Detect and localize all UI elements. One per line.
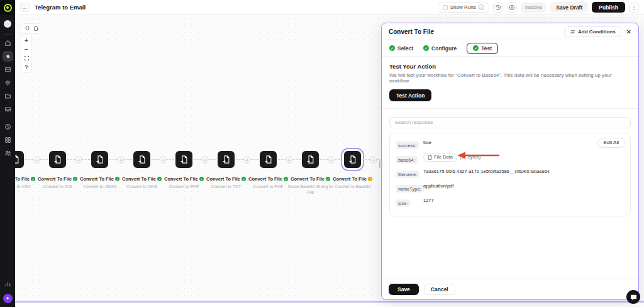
convert-file-node-icon[interactable]: [344, 151, 361, 168]
flow-node[interactable]: Convert To File✓Convert to ICS: [49, 151, 66, 168]
back-button[interactable]: ←: [20, 3, 30, 12]
workspace-avatar[interactable]: [4, 20, 11, 28]
panel-header: Convert To File Add Conditions ✕: [382, 23, 638, 40]
sidebar-item-tables[interactable]: [3, 64, 13, 75]
history-icon: [495, 4, 501, 11]
folder-icon: [4, 92, 11, 99]
node-title: Convert To File: [164, 176, 198, 182]
convert-file-node-icon[interactable]: [91, 151, 108, 168]
save-button[interactable]: Save: [389, 284, 419, 295]
add-note-button[interactable]: [32, 25, 40, 32]
add-step-button[interactable]: +: [244, 156, 251, 163]
node-subtitle: Convert to Base64: [326, 184, 379, 190]
step-test[interactable]: ✓Test: [467, 43, 498, 54]
add-step-button[interactable]: +: [328, 156, 335, 163]
flow-node[interactable]: Convert To File✓Convert to PDF: [260, 151, 277, 168]
test-section-heading: Test Your Action: [389, 63, 631, 70]
sidebar-item-home[interactable]: [3, 38, 13, 48]
convert-file-node-icon[interactable]: [175, 151, 192, 168]
test-section-description: We will test your workflow for "Convert …: [389, 72, 631, 84]
cancel-button[interactable]: Cancel: [424, 284, 455, 295]
step-label: Select: [397, 45, 413, 52]
add-step-button[interactable]: +: [75, 156, 82, 163]
panel-body: Test Your Action We will test your workf…: [382, 57, 638, 279]
convert-file-node-icon[interactable]: [49, 151, 66, 168]
response-row-mimetype: mimeType: application/pdf: [396, 182, 625, 193]
chat-widget-button[interactable]: [626, 290, 640, 304]
convert-file-node-icon[interactable]: [133, 151, 150, 168]
zoom-out-button[interactable]: −: [23, 45, 30, 53]
search-response-input[interactable]: [389, 117, 631, 128]
panel-footer: Save Cancel: [382, 279, 638, 299]
sidebar-item-history[interactable]: [3, 121, 13, 132]
check-icon: ✓: [389, 45, 395, 51]
flow-node[interactable]: Convert To File✓Convert to RTF: [175, 151, 192, 168]
home-icon: [4, 40, 11, 47]
snap-magnet-button[interactable]: [23, 25, 31, 32]
convert-file-node-icon[interactable]: [260, 151, 277, 168]
step-select[interactable]: ✓Select: [389, 45, 413, 52]
node-connector: +: [235, 151, 260, 168]
sidebar-item-apps[interactable]: [3, 135, 13, 145]
version-history-button[interactable]: [493, 3, 503, 13]
app-logo[interactable]: [0, 0, 15, 15]
sidebar-item-projects[interactable]: [3, 91, 13, 101]
pan-tool-button[interactable]: [23, 63, 30, 71]
add-conditions-button[interactable]: Add Conditions: [564, 26, 621, 37]
sidebar-item-inbox[interactable]: [3, 104, 13, 114]
flow-node[interactable]: Convert To File✓Convert to ODS: [133, 151, 150, 168]
inbox-icon: [4, 106, 11, 113]
save-draft-button[interactable]: Save Draft: [550, 2, 588, 13]
add-step-button[interactable]: +: [160, 156, 167, 163]
close-icon[interactable]: ✕: [626, 28, 631, 35]
flow-node-selected[interactable]: Convert To File!Convert to Base64: [344, 151, 361, 168]
canvas-top-toolbar: [21, 23, 42, 34]
help-circle-icon: [509, 4, 515, 11]
sidebar-item-analytics[interactable]: [3, 279, 13, 289]
flow-node[interactable]: Convert To File✓Convert to CSV: [15, 151, 24, 168]
add-step-button[interactable]: +: [118, 156, 125, 163]
sidebar-item-settings[interactable]: [3, 77, 13, 88]
sidebar-item-team[interactable]: [3, 148, 13, 159]
show-runs-toggle[interactable]: Show Runs i: [438, 3, 489, 13]
flow-node[interactable]: Convert To File✓Move Base64 String to Fi…: [302, 151, 319, 168]
pointer-icon: [24, 64, 30, 70]
flow-node[interactable]: Convert To File✓Convert to JSON: [91, 151, 108, 168]
convert-file-node-icon[interactable]: [15, 151, 24, 168]
user-avatar[interactable]: ✦: [3, 294, 13, 303]
test-action-button[interactable]: Test Action: [389, 89, 431, 101]
publish-button[interactable]: Publish: [592, 2, 625, 13]
add-step-button[interactable]: +: [370, 156, 377, 163]
node-title: Convert To File: [80, 176, 114, 182]
fit-view-button[interactable]: [23, 54, 30, 62]
sidebar-divider: [3, 118, 12, 118]
file-data-chip[interactable]: File Data: [423, 153, 457, 162]
sidebar-item-workflows[interactable]: [3, 51, 13, 62]
step-configure[interactable]: ✓Configure: [423, 45, 457, 52]
zoom-in-button[interactable]: +: [23, 36, 30, 45]
convert-file-node-icon[interactable]: [218, 151, 235, 168]
response-key: success:: [396, 142, 419, 149]
flow-node[interactable]: Convert To File✓Convert to TXT: [218, 151, 235, 168]
file-icon: [428, 155, 432, 160]
node-connector: +: [277, 151, 302, 168]
add-step-button[interactable]: +: [202, 156, 209, 163]
help-button[interactable]: [507, 3, 517, 13]
node-title: Convert To File: [248, 176, 282, 182]
chart-icon: [4, 281, 11, 287]
users-icon: [4, 150, 11, 157]
workflow-node-row: Convert To File✓Convert to CSV + Convert…: [15, 151, 386, 168]
test-response-card: Edit All success: true base64: File Data…: [389, 133, 631, 216]
show-runs-checkbox[interactable]: [443, 5, 448, 10]
edit-all-button[interactable]: Edit All: [597, 138, 625, 148]
add-step-button[interactable]: +: [286, 156, 293, 163]
step-label: Test: [481, 45, 492, 52]
node-connector: +: [66, 151, 91, 168]
add-step-button[interactable]: +: [33, 156, 40, 163]
node-connector: +: [108, 151, 133, 168]
kebab-icon: ⋮: [631, 4, 637, 11]
more-menu-button[interactable]: ⋮: [629, 3, 639, 13]
response-value: 7a3a6175-bf26-4327-a171-1e5fc9fa1586__Ot…: [423, 167, 550, 174]
convert-file-node-icon[interactable]: [302, 151, 319, 168]
note-plus-icon: [33, 26, 39, 31]
